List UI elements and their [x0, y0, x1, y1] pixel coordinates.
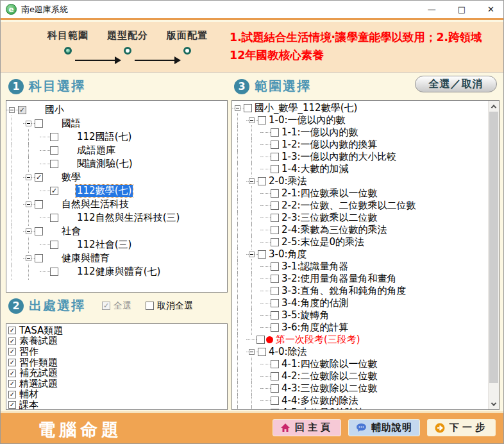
tree-expander-minus[interactable] — [26, 121, 31, 126]
tree-node-label[interactable]: 3-4:角度的估測 — [280, 297, 350, 309]
source-list-item[interactable]: ✓補充試題 — [6, 368, 227, 379]
tree-checkbox[interactable] — [271, 238, 279, 246]
tree-node-label[interactable]: 3-6:角度的計算 — [280, 321, 350, 334]
tree-checkbox[interactable] — [50, 160, 58, 168]
tree-node-label[interactable]: 4-3:三位數除以二位數 — [280, 382, 379, 395]
toggle-select-all-button[interactable]: 全選／取消 — [415, 76, 497, 92]
tree-expander-minus[interactable] — [9, 107, 15, 113]
tree-node-label[interactable]: 112自然與生活科技(三) — [76, 212, 181, 224]
deselect-all-checkbox[interactable] — [146, 302, 154, 310]
tree-node-label[interactable]: 112健康與體育(七) — [76, 266, 162, 278]
scroll-down-button[interactable] — [489, 398, 499, 409]
tree-expander-minus[interactable] — [249, 178, 255, 184]
tree-checkbox[interactable] — [35, 254, 43, 262]
tree-checkbox[interactable] — [50, 241, 58, 249]
source-item-checkbox[interactable]: ✓ — [8, 370, 16, 377]
tree-node-label[interactable]: 112數學(七) — [76, 185, 133, 197]
tree-checkbox[interactable]: ✓ — [50, 187, 58, 195]
tree-checkbox[interactable] — [271, 226, 279, 234]
tree-node-label[interactable]: 國語 — [60, 117, 82, 130]
tree-checkbox[interactable] — [271, 214, 279, 222]
tree-node-label[interactable]: 健康與體育 — [60, 252, 111, 264]
tree-node-label[interactable]: 1-3:一億以內數的大小比較 — [280, 151, 398, 163]
source-list-item[interactable]: ✓素養試題 — [6, 336, 227, 347]
tree-node-label[interactable]: 2-0:乘法 — [267, 175, 308, 187]
tree-checkbox[interactable] — [258, 177, 266, 185]
tree-checkbox[interactable] — [271, 189, 279, 198]
source-list-item[interactable]: ✓精選試題 — [6, 379, 227, 389]
tree-node-label[interactable]: 3-1:認識量角器 — [280, 260, 350, 273]
home-button[interactable]: 回主頁 — [273, 419, 341, 436]
tree-checkbox[interactable] — [256, 336, 265, 344]
source-list-item[interactable]: ✓習作類題 — [6, 357, 227, 368]
tree-checkbox[interactable] — [271, 287, 279, 295]
tree-node-label[interactable]: 4-5:末位是0的除法 — [280, 407, 365, 410]
tree-node-label[interactable]: 112國語(七) — [76, 131, 133, 143]
tree-node-label[interactable]: 3-3:直角、銳角和鈍角的角度 — [280, 285, 408, 297]
tree-expander-minus[interactable] — [249, 252, 255, 257]
tree-node-label[interactable]: 3-5:旋轉角 — [280, 309, 331, 321]
tree-checkbox[interactable] — [35, 200, 43, 209]
source-item-checkbox[interactable]: ✓ — [8, 327, 16, 334]
source-item-checkbox[interactable]: ✓ — [8, 391, 16, 398]
source-list-item[interactable]: ✓習作 — [6, 346, 227, 357]
tree-node-label[interactable]: 4-0:除法 — [267, 346, 308, 358]
tree-node-label[interactable]: 1-2:一億以內數的換算 — [280, 139, 379, 151]
close-button[interactable]: ✕ — [487, 5, 494, 13]
tree-node-label[interactable]: 2-1:四位數乘以一位數 — [280, 187, 379, 200]
tree-checkbox[interactable] — [271, 201, 279, 210]
tree-checkbox[interactable] — [244, 104, 252, 112]
source-item-checkbox[interactable]: ✓ — [8, 380, 16, 388]
tree-checkbox[interactable] — [271, 128, 279, 137]
tree-node-label[interactable]: 國小 — [44, 104, 65, 116]
source-list-item[interactable]: ✓課本 — [6, 400, 227, 410]
tree-node-label[interactable]: 4-1:四位數除以一位數 — [280, 358, 379, 370]
tree-expander-minus[interactable] — [249, 349, 255, 355]
tree-node-label[interactable]: 數學 — [60, 171, 82, 184]
tree-node-label[interactable]: 3-0:角度 — [267, 248, 308, 260]
tree-checkbox[interactable] — [258, 250, 266, 259]
tree-checkbox[interactable] — [258, 116, 266, 124]
tree-checkbox[interactable] — [271, 409, 279, 410]
tree-checkbox[interactable] — [271, 384, 279, 393]
tree-checkbox[interactable]: ✓ — [18, 106, 26, 114]
tree-checkbox[interactable] — [50, 146, 58, 155]
tree-node-label[interactable]: 第一次段考(三段考) — [274, 334, 362, 346]
tree-expander-minus[interactable] — [235, 105, 240, 111]
tree-node-label[interactable]: 自然與生活科技 — [60, 198, 130, 210]
tree-node-label[interactable]: 3-2:使用量角器量角和畫角 — [280, 273, 398, 285]
tree-expander-minus[interactable] — [26, 175, 31, 180]
tree-node-label[interactable]: 2-3:三位數乘以二位數 — [280, 212, 379, 224]
next-step-button[interactable]: 下一步 — [427, 419, 496, 436]
tree-node-label[interactable]: 閱讀測驗(七) — [76, 158, 134, 170]
tree-checkbox[interactable] — [271, 262, 279, 271]
tree-checkbox[interactable] — [271, 323, 279, 332]
tree-checkbox[interactable] — [271, 299, 279, 307]
minimize-button[interactable]: — — [428, 5, 436, 13]
tree-expander-minus[interactable] — [26, 228, 31, 234]
tree-checkbox[interactable] — [271, 311, 279, 320]
tree-node-label[interactable]: 112社會(三) — [76, 239, 133, 251]
tree-checkbox[interactable] — [35, 227, 43, 235]
tree-checkbox[interactable]: ✓ — [35, 173, 43, 182]
tree-checkbox[interactable] — [271, 275, 279, 283]
source-item-checkbox[interactable]: ✓ — [8, 348, 16, 355]
tree-node-label[interactable]: 1-4:大數的加減 — [280, 163, 350, 175]
scroll-up-button[interactable] — [489, 101, 499, 112]
tree-node-label[interactable]: 國小_數學_112數學(七) — [253, 102, 358, 114]
tree-checkbox[interactable] — [35, 119, 43, 128]
tree-node-label[interactable]: 2-2:一位數、二位數乘以二位數 — [280, 200, 417, 212]
tree-checkbox[interactable] — [50, 214, 58, 222]
tree-node-label[interactable]: 4-4:多位數的除法 — [280, 395, 360, 407]
tree-checkbox[interactable] — [50, 268, 58, 276]
select-all-checkbox[interactable]: ✓ — [102, 302, 110, 310]
tree-checkbox[interactable] — [258, 348, 266, 356]
scrollbar-thumb[interactable] — [489, 112, 498, 383]
tree-checkbox[interactable] — [271, 397, 279, 405]
source-list-item[interactable]: ✓輔材 — [6, 389, 227, 400]
tree-node-label[interactable]: 成語題庫 — [76, 144, 117, 157]
tree-checkbox[interactable] — [271, 141, 279, 149]
source-item-checkbox[interactable]: ✓ — [8, 401, 16, 409]
tree-node-label[interactable]: 社會 — [60, 225, 82, 237]
tree-expander-minus[interactable] — [26, 201, 31, 207]
